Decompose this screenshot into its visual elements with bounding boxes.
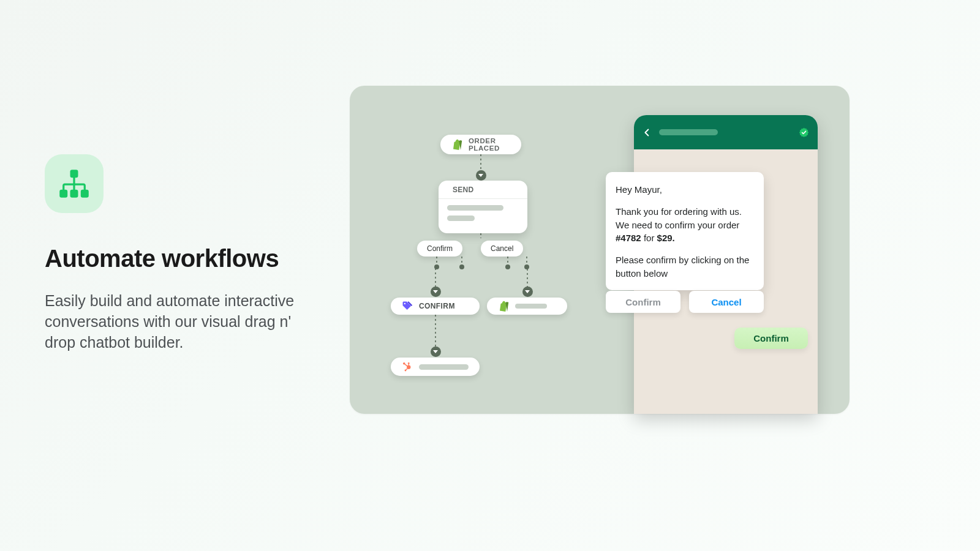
svg-point-6 bbox=[505, 264, 510, 269]
node-confirm[interactable]: CONFIRM bbox=[391, 298, 480, 315]
button-label: Cancel bbox=[711, 297, 741, 307]
arrow-down-icon bbox=[431, 287, 441, 297]
hubspot-icon bbox=[402, 361, 413, 372]
node-shopify-action[interactable] bbox=[487, 298, 567, 315]
hero-title: Automate workflows bbox=[45, 245, 303, 272]
label-placeholder bbox=[419, 364, 469, 370]
node-hubspot-action[interactable] bbox=[391, 358, 480, 376]
svg-point-4 bbox=[434, 264, 439, 269]
node-label: SEND bbox=[453, 186, 474, 194]
button-label: Confirm bbox=[625, 297, 661, 307]
node-label: CONFIRM bbox=[419, 302, 455, 310]
flow-branch-confirm[interactable]: Confirm bbox=[417, 241, 462, 257]
message-body-placeholder bbox=[439, 199, 527, 227]
verified-badge-icon bbox=[799, 127, 809, 138]
arrow-down-icon bbox=[522, 287, 533, 297]
svg-point-7 bbox=[524, 264, 529, 269]
svg-rect-1 bbox=[59, 190, 67, 198]
phone-header bbox=[634, 115, 818, 149]
shopify-icon bbox=[498, 301, 509, 312]
reply-text: Confirm bbox=[753, 333, 789, 343]
node-send-message[interactable]: SEND bbox=[439, 181, 527, 233]
quick-reply-row: Confirm Cancel bbox=[606, 291, 764, 313]
hero-section: Automate workflows Easily build and auto… bbox=[45, 154, 303, 353]
svg-point-9 bbox=[404, 303, 405, 304]
arrow-down-icon bbox=[476, 170, 486, 181]
hero-flow-icon bbox=[45, 154, 104, 213]
node-label: ORDER PLACED bbox=[469, 137, 510, 152]
svg-point-5 bbox=[459, 264, 464, 269]
chat-body-1: Thank you for ordering with us. We need … bbox=[616, 205, 754, 245]
quick-reply-cancel[interactable]: Cancel bbox=[689, 291, 764, 313]
hero-description: Easily build and automate interactive co… bbox=[45, 291, 303, 353]
flow-branch-cancel[interactable]: Cancel bbox=[481, 241, 523, 257]
shopify-icon bbox=[451, 139, 462, 150]
node-order-placed[interactable]: ORDER PLACED bbox=[440, 135, 521, 154]
chat-greeting: Hey Mayur, bbox=[616, 183, 754, 197]
button-label: Confirm bbox=[427, 244, 453, 253]
chat-message-bubble: Hey Mayur, Thank you for ordering with u… bbox=[606, 172, 764, 290]
user-reply-bubble: Confirm bbox=[734, 328, 808, 349]
svg-rect-2 bbox=[70, 190, 78, 198]
arrow-down-icon bbox=[431, 347, 441, 357]
svg-rect-0 bbox=[70, 170, 78, 178]
svg-point-12 bbox=[408, 362, 410, 364]
quick-reply-confirm[interactable]: Confirm bbox=[606, 291, 680, 313]
workflow-panel: ORDER PLACED SEND Confirm Cancel CONFIRM bbox=[350, 86, 850, 414]
button-label: Cancel bbox=[491, 244, 513, 253]
chevron-left-icon bbox=[643, 128, 652, 137]
chat-body-2: Please confirm by clicking on the button… bbox=[616, 253, 754, 280]
label-placeholder bbox=[515, 304, 547, 309]
tag-icon bbox=[402, 301, 413, 312]
svg-rect-3 bbox=[81, 190, 89, 198]
contact-name-placeholder bbox=[659, 129, 718, 135]
